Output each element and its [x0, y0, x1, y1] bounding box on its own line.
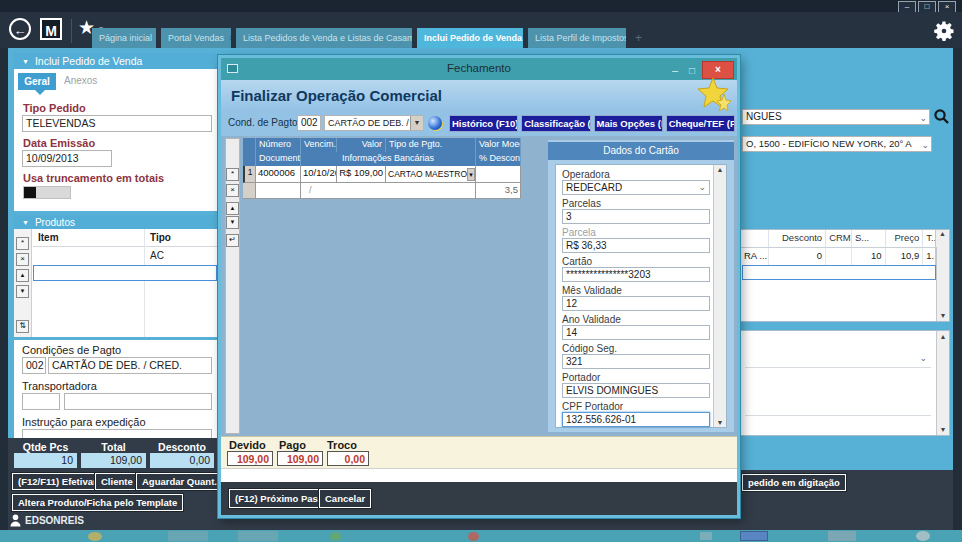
- scroll-down-icon[interactable]: ▼: [717, 419, 724, 426]
- chevron-down-icon[interactable]: ⌄: [919, 111, 927, 125]
- right-panel-select[interactable]: ⌄: [745, 351, 931, 368]
- taskbar-icon[interactable]: [740, 531, 768, 541]
- cliente-button[interactable]: Cliente: [95, 473, 139, 490]
- cell-vencim[interactable]: 10/10/2013: [301, 166, 337, 183]
- tab-lista-pedidos[interactable]: Lista Pedidos de Venda e Listas de Casam…: [236, 28, 412, 48]
- cell-valor[interactable]: R$ 109,00: [337, 166, 386, 183]
- chevron-down-icon[interactable]: ⌄: [698, 181, 706, 194]
- data-emissao-field[interactable]: 10/09/2013: [22, 150, 112, 167]
- delete-payment-button[interactable]: ×: [226, 184, 239, 197]
- app-logo[interactable]: M: [40, 18, 62, 40]
- taskbar-icon[interactable]: [330, 532, 341, 541]
- search-icon[interactable]: [933, 108, 950, 125]
- pedido-digitacao-button[interactable]: pedido em digitação: [742, 474, 846, 491]
- portador-field[interactable]: ELVIS DOMINGUES: [562, 383, 710, 398]
- cell-pct-desconto[interactable]: 3,5: [476, 183, 521, 199]
- efetivar-button[interactable]: (F12/F11) Efetivar: [12, 473, 103, 490]
- pago-value[interactable]: 109,00: [277, 451, 323, 466]
- add-row-button[interactable]: *: [16, 237, 29, 250]
- troco-value[interactable]: 0,00: [327, 451, 369, 466]
- tab-lista-perfil[interactable]: Lista Perfil de Impostos ×: [528, 28, 626, 48]
- expand-rows-button[interactable]: ⇅: [16, 320, 29, 333]
- taskbar-icon[interactable]: [700, 532, 712, 540]
- taskbar-icon[interactable]: [88, 532, 102, 541]
- settings-gear-icon[interactable]: [932, 19, 956, 43]
- grid-scrollbar-top[interactable]: ▲: [935, 230, 949, 247]
- transportadora-code-field[interactable]: [22, 393, 60, 410]
- chevron-down-icon[interactable]: ⌄: [921, 138, 929, 152]
- tab-portal-vendas[interactable]: Portal Vendas ×: [161, 28, 231, 48]
- payment-row[interactable]: 1 4000006 10/10/2013 R$ 109,00 CARTAO MA…: [243, 166, 521, 183]
- cell-valor-moeda[interactable]: [476, 166, 521, 183]
- taskbar-icon[interactable]: [916, 531, 930, 541]
- dialog-titlebar[interactable]: Fechamento – □ ×: [221, 58, 737, 80]
- altera-template-button[interactable]: Altera Produto/Ficha pelo Template: [12, 494, 183, 511]
- mes-validade-field[interactable]: 12: [562, 296, 710, 311]
- dialog-minimize-button[interactable]: –: [668, 64, 682, 76]
- move-up-button[interactable]: ▲: [16, 269, 29, 282]
- cpf-portador-field[interactable]: 132.556.626-01: [562, 412, 710, 427]
- parcelas-field[interactable]: 3: [562, 209, 710, 224]
- back-button[interactable]: ←: [9, 18, 31, 40]
- dropdown-arrow-icon[interactable]: ▼: [467, 168, 475, 181]
- operadora-select[interactable]: REDECARD ⌄: [562, 180, 710, 195]
- payment-subrow[interactable]: / 3,5: [243, 183, 521, 199]
- endereco-combo[interactable]: O, 1500 - EDIFÍCIO NEW YORK, 20° A ⌄: [742, 136, 932, 152]
- taskbar-icon[interactable]: [828, 531, 856, 541]
- move-up-button[interactable]: ▲: [226, 202, 239, 215]
- devido-value[interactable]: 109,00: [227, 451, 273, 466]
- tab-inclui-pedido[interactable]: Inclui Pedido de Venda ×: [417, 28, 523, 48]
- move-down-button[interactable]: ▼: [226, 216, 239, 229]
- tab-close-icon[interactable]: ×: [229, 33, 231, 43]
- condicoes-desc-field[interactable]: CARTÃO DE DEB. / CRED.: [48, 357, 212, 374]
- cond-pagto-code-field[interactable]: 002: [297, 115, 321, 131]
- right-panel-scrollbar[interactable]: ▲ ▼: [936, 331, 949, 435]
- scroll-down-icon[interactable]: ▼: [940, 426, 947, 433]
- classificacao-button[interactable]: Classificação (F9): [521, 115, 590, 132]
- cheque-tef-button[interactable]: Cheque/TEF (F8): [666, 115, 735, 132]
- cliente-combo[interactable]: NGUES ⌄: [742, 109, 930, 125]
- order-panel-header[interactable]: ▼ Inclui Pedido de Venda: [14, 53, 218, 69]
- telefone-icon[interactable]: [428, 116, 442, 130]
- grid-scrollbar-track[interactable]: . ▼: [936, 247, 949, 321]
- historico-button[interactable]: Histórico (F10): [449, 115, 518, 132]
- itens-selected-row[interactable]: [742, 265, 936, 280]
- cell-inf-bancarias[interactable]: /: [301, 183, 476, 199]
- dropdown-arrow-icon[interactable]: ▼: [410, 116, 423, 130]
- new-tab-button[interactable]: +: [631, 31, 642, 45]
- codigo-seg-field[interactable]: 321: [562, 354, 710, 369]
- tipo-pedido-field[interactable]: TELEVENDAS: [22, 115, 212, 132]
- card-scrollbar[interactable]: ▲ ▼: [713, 165, 726, 427]
- taskbar-icon[interactable]: [468, 532, 479, 541]
- cell-numero[interactable]: 4000006: [256, 166, 301, 183]
- move-down-button[interactable]: ▼: [16, 285, 29, 298]
- taskbar-icon[interactable]: [168, 531, 208, 541]
- dialog-maximize-button[interactable]: □: [685, 65, 699, 76]
- produtos-header[interactable]: ▼ Produtos: [14, 215, 218, 229]
- tab-anexos[interactable]: Anexos: [64, 75, 97, 86]
- taskbar-icon[interactable]: [238, 531, 278, 541]
- delete-row-button[interactable]: ×: [16, 253, 29, 266]
- scroll-up-icon[interactable]: ▲: [939, 230, 946, 237]
- cell-tipo-pgto[interactable]: CARTAO MAESTRO ▼: [386, 166, 476, 183]
- cancelar-button[interactable]: Cancelar: [319, 489, 371, 508]
- transportadora-desc-field[interactable]: [64, 393, 212, 410]
- confirm-row-button[interactable]: ↵: [226, 234, 239, 247]
- produtos-row-tipo[interactable]: AC: [150, 250, 164, 261]
- tab-geral[interactable]: Geral: [18, 73, 56, 90]
- add-payment-button[interactable]: *: [226, 168, 239, 181]
- cond-pagto-combo[interactable]: CARTÃO DE DEB. / CRE ▼: [324, 115, 424, 131]
- itens-grid-row[interactable]: RA ... 0 10 10,9 1...: [741, 248, 949, 265]
- mais-opcoes-button[interactable]: Mais Opções (F11): [594, 115, 663, 132]
- tab-pagina-inicial[interactable]: Página inicial ×: [92, 28, 156, 48]
- produtos-selected-row[interactable]: [33, 265, 217, 281]
- scroll-up-icon[interactable]: ▲: [940, 333, 947, 340]
- instrucao-textarea[interactable]: [22, 429, 212, 438]
- cell-documento[interactable]: [256, 183, 301, 199]
- scroll-up-icon[interactable]: ▲: [717, 166, 724, 173]
- ano-validade-field[interactable]: 14: [562, 325, 710, 340]
- aguardar-quant-button[interactable]: Aguardar Quant.: [136, 473, 223, 490]
- scroll-down-icon[interactable]: ▼: [940, 312, 947, 321]
- cartao-field[interactable]: ****************3203: [562, 267, 710, 282]
- truncamento-toggle[interactable]: [23, 186, 71, 199]
